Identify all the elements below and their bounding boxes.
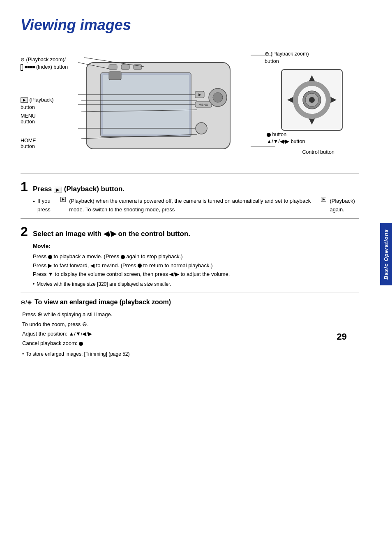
diagram-section: ▶ MENU	[21, 46, 359, 161]
step-1-header: 1 Press ▶ (Playback) button.	[21, 180, 359, 194]
divider-1	[21, 174, 359, 174]
playback-icon-inline-2: ▶	[321, 197, 326, 202]
step-2-title: Select an image with ◀/▶ on the control …	[33, 229, 190, 238]
label-arrow-btn: ▲/▼/◀/▶ button	[265, 138, 359, 144]
main-content: Viewing images ▶	[21, 16, 367, 359]
movie-note: Movies with the image size [320] are dis…	[33, 280, 359, 288]
step-1-bullet: If you press ▶ (Playback) when the camer…	[33, 197, 359, 214]
movie-line-1: Press to playback a movie. (Press again …	[33, 252, 359, 261]
step-2-number: 2	[21, 225, 30, 238]
step-1-section: 1 Press ▶ (Playback) button. If you pres…	[21, 180, 359, 214]
label-circle-btn: button	[265, 132, 359, 137]
zoom-line-4: Cancel playback zoom:	[22, 339, 359, 348]
control-button-diagram	[281, 69, 343, 131]
step-2-header: 2 Select an image with ◀/▶ on the contro…	[21, 225, 359, 238]
label-menu-btn: MENU button	[21, 113, 36, 125]
label-playback-zoom-plus: ⊕ (Playback zoom)button	[265, 50, 359, 65]
svg-rect-4	[121, 65, 129, 69]
label-playback-zoom-index: ⊖ (Playback zoom)/ ​ ■■■■ (Index) button	[21, 56, 90, 71]
zoom-line-2: To undo the zoom, press ⊖.	[22, 319, 359, 329]
zoom-note: To store enlarged images: [Trimming] (pa…	[22, 350, 359, 359]
label-control-btn: Control button	[302, 149, 334, 155]
divider-3	[21, 292, 359, 292]
zoom-header: ⊖/⊕ To view an enlarged image (playback …	[21, 299, 359, 306]
step-1-title: Press ▶ (Playback) button.	[33, 185, 125, 194]
sidebar-label: Basic Operations	[380, 223, 392, 285]
zoom-title: To view an enlarged image (playback zoom…	[35, 299, 171, 306]
step-1-number: 1	[21, 180, 30, 193]
zoom-section: ⊖/⊕ To view an enlarged image (playback …	[21, 299, 359, 359]
zoom-line-3: Adjust the position: ▲/▼/◀/▶	[22, 329, 359, 339]
circle-icon-3	[138, 264, 142, 268]
camera-diagram: ▶ MENU	[78, 50, 251, 153]
zoom-line-1: Press ⊕ while displaying a still image.	[22, 309, 359, 320]
step-1-body: If you press ▶ (Playback) when the camer…	[33, 197, 359, 214]
svg-text:▶: ▶	[198, 93, 201, 97]
label-playback-btn: ▶ (Playback)button	[21, 97, 86, 111]
page-title: Viewing images	[21, 16, 359, 34]
svg-text:MENU: MENU	[198, 103, 208, 107]
movie-line-3: Press ▼ to display the volume control sc…	[33, 270, 359, 278]
circle-icon-zoom	[79, 342, 83, 346]
playback-icon-step1: ▶	[54, 187, 62, 192]
movie-sub-label: Movie:	[33, 242, 359, 251]
right-labels: ⊕ (Playback zoom)button	[265, 50, 359, 144]
circle-icon-1	[48, 255, 52, 259]
divider-2	[21, 218, 359, 219]
svg-point-11	[196, 123, 207, 134]
zoom-body: Press ⊕ while displaying a still image. …	[22, 309, 359, 359]
label-home-btn: HOME button	[21, 138, 36, 149]
step-2-body: Movie: Press to playback a movie. (Press…	[33, 242, 359, 288]
circle-icon-2	[121, 255, 125, 259]
svg-point-13	[213, 93, 223, 102]
playback-icon-inline-1: ▶	[60, 197, 66, 202]
step-2-section: 2 Select an image with ◀/▶ on the contro…	[21, 225, 359, 288]
svg-rect-5	[134, 65, 142, 69]
zoom-icon: ⊖/⊕	[21, 299, 32, 306]
page-number: 29	[337, 331, 347, 342]
svg-point-24	[309, 97, 315, 103]
svg-rect-6	[109, 72, 121, 80]
svg-rect-3	[109, 65, 117, 69]
movie-line-2: Press ▶ to fast forward, ◀ to rewind. (P…	[33, 261, 359, 270]
